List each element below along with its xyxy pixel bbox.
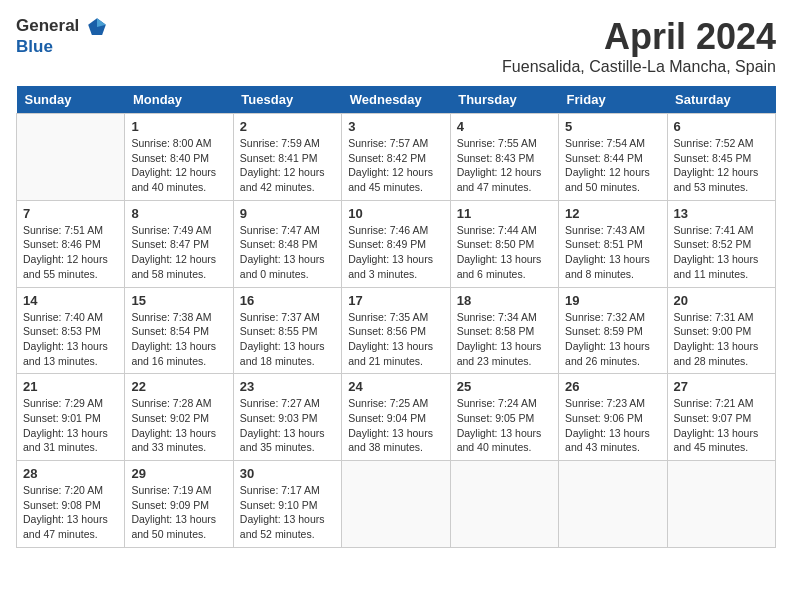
cell-info: Sunrise: 7:21 AMSunset: 9:07 PMDaylight:…: [674, 396, 769, 455]
cell-info: Sunrise: 7:28 AMSunset: 9:02 PMDaylight:…: [131, 396, 226, 455]
calendar-cell: 11Sunrise: 7:44 AMSunset: 8:50 PMDayligh…: [450, 200, 558, 287]
day-number: 18: [457, 293, 552, 308]
cell-info: Sunrise: 7:57 AMSunset: 8:42 PMDaylight:…: [348, 136, 443, 195]
cell-info: Sunrise: 7:41 AMSunset: 8:52 PMDaylight:…: [674, 223, 769, 282]
calendar-cell: 25Sunrise: 7:24 AMSunset: 9:05 PMDayligh…: [450, 374, 558, 461]
logo: General Blue: [16, 16, 108, 57]
cell-info: Sunrise: 7:23 AMSunset: 9:06 PMDaylight:…: [565, 396, 660, 455]
cell-info: Sunrise: 7:25 AMSunset: 9:04 PMDaylight:…: [348, 396, 443, 455]
month-title: April 2024: [502, 16, 776, 58]
cell-info: Sunrise: 7:29 AMSunset: 9:01 PMDaylight:…: [23, 396, 118, 455]
weekday-header-tuesday: Tuesday: [233, 86, 341, 114]
day-number: 30: [240, 466, 335, 481]
cell-info: Sunrise: 7:17 AMSunset: 9:10 PMDaylight:…: [240, 483, 335, 542]
calendar-cell: [342, 461, 450, 548]
calendar-cell: 14Sunrise: 7:40 AMSunset: 8:53 PMDayligh…: [17, 287, 125, 374]
cell-info: Sunrise: 7:20 AMSunset: 9:08 PMDaylight:…: [23, 483, 118, 542]
calendar-cell: 18Sunrise: 7:34 AMSunset: 8:58 PMDayligh…: [450, 287, 558, 374]
calendar-cell: 20Sunrise: 7:31 AMSunset: 9:00 PMDayligh…: [667, 287, 775, 374]
day-number: 19: [565, 293, 660, 308]
cell-info: Sunrise: 7:55 AMSunset: 8:43 PMDaylight:…: [457, 136, 552, 195]
weekday-header-wednesday: Wednesday: [342, 86, 450, 114]
logo-general: General: [16, 16, 79, 35]
weekday-header-thursday: Thursday: [450, 86, 558, 114]
day-number: 6: [674, 119, 769, 134]
day-number: 29: [131, 466, 226, 481]
day-number: 17: [348, 293, 443, 308]
page-header: General Blue April 2024 Fuensalida, Cast…: [16, 16, 776, 76]
cell-info: Sunrise: 7:31 AMSunset: 9:00 PMDaylight:…: [674, 310, 769, 369]
cell-info: Sunrise: 7:52 AMSunset: 8:45 PMDaylight:…: [674, 136, 769, 195]
calendar-cell: 29Sunrise: 7:19 AMSunset: 9:09 PMDayligh…: [125, 461, 233, 548]
day-number: 1: [131, 119, 226, 134]
calendar-cell: 1Sunrise: 8:00 AMSunset: 8:40 PMDaylight…: [125, 114, 233, 201]
calendar-cell: [559, 461, 667, 548]
day-number: 24: [348, 379, 443, 394]
calendar-week-2: 7Sunrise: 7:51 AMSunset: 8:46 PMDaylight…: [17, 200, 776, 287]
cell-info: Sunrise: 7:51 AMSunset: 8:46 PMDaylight:…: [23, 223, 118, 282]
logo-blue: Blue: [16, 37, 53, 56]
calendar-cell: 28Sunrise: 7:20 AMSunset: 9:08 PMDayligh…: [17, 461, 125, 548]
calendar-week-4: 21Sunrise: 7:29 AMSunset: 9:01 PMDayligh…: [17, 374, 776, 461]
calendar-cell: 30Sunrise: 7:17 AMSunset: 9:10 PMDayligh…: [233, 461, 341, 548]
calendar-cell: 24Sunrise: 7:25 AMSunset: 9:04 PMDayligh…: [342, 374, 450, 461]
calendar-cell: [17, 114, 125, 201]
calendar-cell: 26Sunrise: 7:23 AMSunset: 9:06 PMDayligh…: [559, 374, 667, 461]
calendar-cell: 6Sunrise: 7:52 AMSunset: 8:45 PMDaylight…: [667, 114, 775, 201]
weekday-header-saturday: Saturday: [667, 86, 775, 114]
cell-info: Sunrise: 7:54 AMSunset: 8:44 PMDaylight:…: [565, 136, 660, 195]
day-number: 26: [565, 379, 660, 394]
header-row: SundayMondayTuesdayWednesdayThursdayFrid…: [17, 86, 776, 114]
calendar-cell: 2Sunrise: 7:59 AMSunset: 8:41 PMDaylight…: [233, 114, 341, 201]
calendar-cell: [450, 461, 558, 548]
day-number: 5: [565, 119, 660, 134]
calendar-cell: 10Sunrise: 7:46 AMSunset: 8:49 PMDayligh…: [342, 200, 450, 287]
day-number: 12: [565, 206, 660, 221]
day-number: 11: [457, 206, 552, 221]
cell-info: Sunrise: 7:46 AMSunset: 8:49 PMDaylight:…: [348, 223, 443, 282]
calendar-week-1: 1Sunrise: 8:00 AMSunset: 8:40 PMDaylight…: [17, 114, 776, 201]
calendar-cell: 3Sunrise: 7:57 AMSunset: 8:42 PMDaylight…: [342, 114, 450, 201]
day-number: 3: [348, 119, 443, 134]
day-number: 4: [457, 119, 552, 134]
calendar-table: SundayMondayTuesdayWednesdayThursdayFrid…: [16, 86, 776, 548]
cell-info: Sunrise: 8:00 AMSunset: 8:40 PMDaylight:…: [131, 136, 226, 195]
cell-info: Sunrise: 7:43 AMSunset: 8:51 PMDaylight:…: [565, 223, 660, 282]
location-title: Fuensalida, Castille-La Mancha, Spain: [502, 58, 776, 76]
cell-info: Sunrise: 7:49 AMSunset: 8:47 PMDaylight:…: [131, 223, 226, 282]
cell-info: Sunrise: 7:32 AMSunset: 8:59 PMDaylight:…: [565, 310, 660, 369]
title-area: April 2024 Fuensalida, Castille-La Manch…: [502, 16, 776, 76]
calendar-cell: 27Sunrise: 7:21 AMSunset: 9:07 PMDayligh…: [667, 374, 775, 461]
calendar-cell: 7Sunrise: 7:51 AMSunset: 8:46 PMDaylight…: [17, 200, 125, 287]
day-number: 23: [240, 379, 335, 394]
calendar-cell: 21Sunrise: 7:29 AMSunset: 9:01 PMDayligh…: [17, 374, 125, 461]
calendar-week-5: 28Sunrise: 7:20 AMSunset: 9:08 PMDayligh…: [17, 461, 776, 548]
weekday-header-monday: Monday: [125, 86, 233, 114]
calendar-cell: [667, 461, 775, 548]
day-number: 7: [23, 206, 118, 221]
day-number: 16: [240, 293, 335, 308]
day-number: 21: [23, 379, 118, 394]
cell-info: Sunrise: 7:24 AMSunset: 9:05 PMDaylight:…: [457, 396, 552, 455]
day-number: 27: [674, 379, 769, 394]
cell-info: Sunrise: 7:34 AMSunset: 8:58 PMDaylight:…: [457, 310, 552, 369]
cell-info: Sunrise: 7:59 AMSunset: 8:41 PMDaylight:…: [240, 136, 335, 195]
calendar-cell: 13Sunrise: 7:41 AMSunset: 8:52 PMDayligh…: [667, 200, 775, 287]
weekday-header-friday: Friday: [559, 86, 667, 114]
calendar-cell: 15Sunrise: 7:38 AMSunset: 8:54 PMDayligh…: [125, 287, 233, 374]
day-number: 13: [674, 206, 769, 221]
cell-info: Sunrise: 7:19 AMSunset: 9:09 PMDaylight:…: [131, 483, 226, 542]
calendar-cell: 23Sunrise: 7:27 AMSunset: 9:03 PMDayligh…: [233, 374, 341, 461]
day-number: 14: [23, 293, 118, 308]
weekday-header-sunday: Sunday: [17, 86, 125, 114]
day-number: 22: [131, 379, 226, 394]
day-number: 25: [457, 379, 552, 394]
cell-info: Sunrise: 7:27 AMSunset: 9:03 PMDaylight:…: [240, 396, 335, 455]
day-number: 15: [131, 293, 226, 308]
calendar-cell: 17Sunrise: 7:35 AMSunset: 8:56 PMDayligh…: [342, 287, 450, 374]
day-number: 2: [240, 119, 335, 134]
calendar-cell: 19Sunrise: 7:32 AMSunset: 8:59 PMDayligh…: [559, 287, 667, 374]
cell-info: Sunrise: 7:40 AMSunset: 8:53 PMDaylight:…: [23, 310, 118, 369]
calendar-cell: 9Sunrise: 7:47 AMSunset: 8:48 PMDaylight…: [233, 200, 341, 287]
cell-info: Sunrise: 7:44 AMSunset: 8:50 PMDaylight:…: [457, 223, 552, 282]
